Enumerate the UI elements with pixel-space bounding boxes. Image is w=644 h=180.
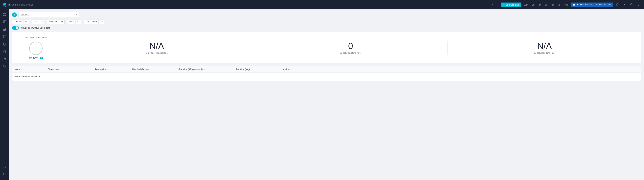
- stats-card: On-Page Transactions ? NO DATA i N/A On-…: [12, 32, 641, 63]
- svg-point-24: [4, 166, 5, 167]
- svg-rect-28: [638, 3, 638, 4]
- th-name: Name ↕: [15, 68, 48, 70]
- anonymous-users-toggle[interactable]: [12, 26, 19, 30]
- sidebar-logo: [0, 0, 10, 10]
- sort-icon-target-time[interactable]: ↕: [60, 68, 60, 70]
- th-duration-95th: Duration (95th percentile) ↕: [179, 68, 236, 70]
- sidebar-item-analytics[interactable]: [0, 26, 10, 33]
- stats-divider-2: [254, 41, 254, 55]
- time-1d-button[interactable]: 1d: [544, 3, 549, 7]
- refresh-button[interactable]: [614, 3, 620, 7]
- stat-95pctl: N/A 95 pctl. load time (ms): [453, 42, 636, 54]
- filter-url-group-all[interactable]: All: [98, 20, 104, 24]
- logo-icon: [2, 2, 8, 8]
- th-description: Description ↕: [95, 68, 132, 70]
- no-data-circle: ?: [29, 42, 42, 55]
- topbar-search-area: ▾: [12, 3, 494, 6]
- filter-browser-label: Browser: [47, 19, 59, 24]
- filter-tabs: Country All OS All Browser All User All …: [12, 19, 641, 24]
- upgrade-plan-button[interactable]: Upgrade plan: [500, 3, 521, 7]
- main-content: ▾ ··· Upgrade plan 30m 1h 2h 1d 2d 7d 30…: [10, 0, 644, 180]
- search-dropdown-arrow: ▾: [492, 4, 494, 6]
- svg-point-4: [5, 4, 6, 4]
- sidebar-item-globe[interactable]: [0, 40, 10, 48]
- sidebar-item-deployments[interactable]: [0, 55, 10, 63]
- svg-rect-26: [637, 4, 638, 4]
- time-30m-button[interactable]: 30m: [522, 3, 529, 7]
- filter-user-all[interactable]: All: [76, 20, 81, 24]
- more-options-button[interactable]: ···: [496, 3, 498, 7]
- sidebar-item-user[interactable]: [0, 163, 10, 170]
- sidebar: [0, 0, 10, 180]
- th-target-time: Target time ↕: [48, 68, 95, 70]
- notifications-button[interactable]: [628, 3, 634, 7]
- svg-point-2: [5, 4, 6, 4]
- search-box: ▾: [18, 12, 79, 17]
- time-2h-button[interactable]: 2h: [537, 3, 542, 7]
- filter-country: Country All: [12, 19, 29, 24]
- sidebar-item-dashboard[interactable]: [0, 11, 10, 18]
- time-7d-button[interactable]: 7d: [556, 3, 562, 7]
- filter-os-label: OS: [32, 19, 39, 24]
- filter-os-all[interactable]: All: [39, 20, 44, 24]
- no-data-label: NO DATA i: [29, 57, 42, 59]
- svg-rect-16: [4, 35, 6, 38]
- svg-point-0: [3, 3, 6, 6]
- time-30d-button[interactable]: 30d: [563, 3, 569, 7]
- svg-rect-7: [3, 15, 4, 16]
- search-dropdown-icon: ▾: [76, 14, 77, 16]
- sidebar-item-apm[interactable]: [0, 48, 10, 55]
- settings-button[interactable]: [636, 3, 641, 7]
- table-header: Name ↕ Target time ↕ Description ↕ User …: [12, 66, 641, 73]
- sidebar-item-reports[interactable]: [0, 18, 10, 26]
- filter-browser: Browser All: [47, 19, 64, 24]
- svg-rect-6: [5, 13, 6, 14]
- sort-icon-name[interactable]: ↕: [21, 68, 22, 70]
- svg-rect-29: [637, 5, 639, 5]
- anonymous-users-label: Include anonymous users data: [20, 27, 50, 29]
- sort-icon-user-satisfaction[interactable]: ↕: [149, 68, 150, 70]
- stats-card-title: On-Page Transactions: [25, 36, 46, 39]
- stat-on-page-transactions: N/A On-Page Transactions: [65, 42, 248, 54]
- info-icon: i: [40, 57, 43, 59]
- time-range-label: 2019-06-10 13:28 — 2019-06-10 13:58: [576, 4, 611, 6]
- stat-90pctl: 0 90 pctl. load time (ms): [259, 42, 442, 54]
- svg-rect-8: [5, 15, 6, 16]
- sort-icon-duration-95th[interactable]: ↕: [204, 68, 205, 70]
- svg-point-23: [4, 66, 4, 66]
- svg-rect-5: [3, 13, 4, 14]
- filter-url-group-label: URL Group: [84, 19, 98, 24]
- sort-icon-description[interactable]: ↕: [107, 68, 108, 70]
- add-button[interactable]: +: [12, 13, 17, 17]
- filter-search-input[interactable]: [18, 12, 79, 17]
- filter-country-all[interactable]: All: [24, 20, 29, 24]
- sidebar-item-chat[interactable]: [0, 170, 10, 178]
- table-body: There is no data available: [12, 73, 641, 80]
- svg-point-1: [4, 4, 4, 4]
- time-2d-button[interactable]: 2d: [550, 3, 555, 7]
- svg-marker-25: [624, 4, 626, 6]
- filter-browser-all[interactable]: All: [59, 20, 64, 24]
- time-1h-button[interactable]: 1h: [531, 3, 536, 7]
- th-actions: Actions: [283, 68, 639, 70]
- question-mark-icon: ?: [34, 46, 37, 51]
- content-area: + ▾ Country All OS All Browser All: [10, 10, 644, 180]
- no-data-section: On-Page Transactions ? NO DATA i: [18, 36, 54, 59]
- sidebar-item-transactions[interactable]: [0, 33, 10, 40]
- sidebar-collapse-button[interactable]: [8, 3, 11, 6]
- toggle-knob: [16, 26, 18, 29]
- filter-country-label: Country: [12, 19, 24, 24]
- filter-user-label: User: [67, 19, 76, 24]
- sidebar-item-alerts[interactable]: [0, 63, 10, 70]
- th-user-satisfaction: User Satisfaction ↕: [132, 68, 179, 70]
- svg-point-3: [4, 4, 4, 4]
- svg-rect-27: [638, 4, 640, 4]
- sidebar-bottom: [0, 163, 10, 180]
- time-range-button[interactable]: 🕐 2019-06-10 13:28 — 2019-06-10 13:58: [571, 3, 613, 7]
- no-data-text: NO DATA: [29, 57, 39, 59]
- play-button[interactable]: [622, 3, 627, 7]
- th-duration-avg: Duration (avg) ↕: [236, 68, 283, 70]
- app-search-input[interactable]: [12, 3, 491, 6]
- svg-rect-14: [4, 29, 5, 31]
- sort-icon-duration-avg[interactable]: ↕: [250, 68, 251, 70]
